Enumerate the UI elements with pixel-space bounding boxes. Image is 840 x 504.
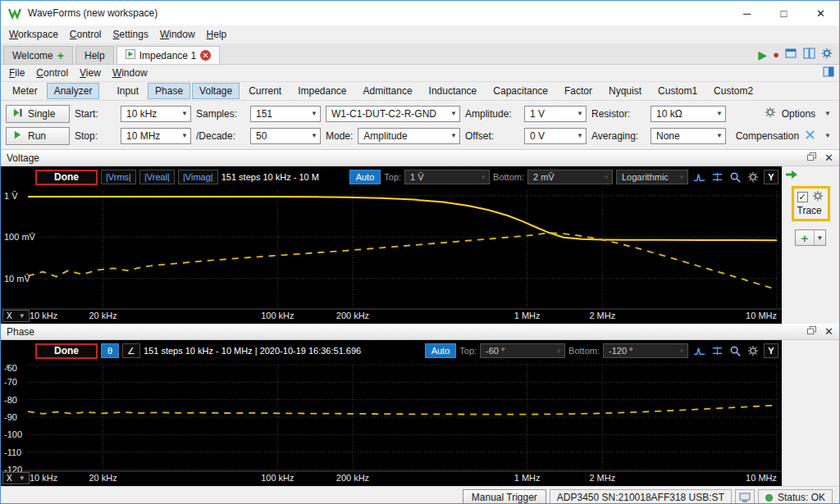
status-led-icon [765,494,773,502]
plot-gear-icon[interactable] [746,343,760,358]
tab-custom1[interactable]: Custom1 [651,83,705,99]
tab-phase[interactable]: Phase [148,83,190,99]
voltage-x-axis-button[interactable]: X▼ [2,310,30,322]
measure-icon[interactable] [710,170,724,184]
phase-x-axis-button[interactable]: X▼ [2,472,30,484]
voltage-y-axis-button[interactable]: Y [764,170,778,184]
menu-control2[interactable]: Control [30,66,74,80]
angle-trace-button[interactable]: ∠ [122,343,140,358]
workspace-settings-gear-icon[interactable] [821,48,833,61]
tab-welcome[interactable]: Welcome + [3,46,73,64]
tab-inductance[interactable]: Inductance [422,83,485,99]
close-panel-icon[interactable]: ✕ [824,326,833,337]
float-panel-icon[interactable] [807,326,816,338]
stop-combobox[interactable]: 10 MHz▼ [121,128,191,144]
vimag-trace-button[interactable]: |Vimag| [178,170,218,184]
measure-icon[interactable] [710,343,724,358]
menu-view[interactable]: View [74,66,107,80]
resistor-combobox[interactable]: 10 kΩ▼ [651,106,726,122]
tab-custom2[interactable]: Custom2 [706,83,760,99]
menu-window[interactable]: Window [154,27,201,42]
phase-y-axis-button[interactable]: Y [764,343,778,358]
resistor-label: Resistor: [591,108,646,120]
manual-trigger-button[interactable]: Manual Trigger [463,489,546,504]
topology-combobox[interactable]: W1-C1-DUT-C2-R-GND▼ [326,106,460,122]
tab-capacitance[interactable]: Capacitance [486,83,555,99]
tab-help[interactable]: Help [75,46,114,64]
tab-current[interactable]: Current [241,83,289,99]
tab-nyquist[interactable]: Nyquist [601,83,649,99]
voltage-bottom-combobox[interactable]: 2 mV̄▼ [527,170,613,184]
compensation-arrow-icon[interactable]: ▼ [824,132,831,139]
phase-top-combobox[interactable]: -60 °▼ [480,343,565,358]
record-icon[interactable]: ● [773,49,779,60]
options-gear-icon[interactable] [765,107,776,120]
phase-bottom-combobox[interactable]: -120 °▼ [603,343,688,358]
tab-admittance[interactable]: Admittance [356,83,420,99]
device-monitor-button[interactable] [735,489,755,504]
offset-combobox[interactable]: 0 V▼ [524,128,587,144]
single-button[interactable]: Single [6,105,70,123]
minimize-button[interactable]: ─ [728,1,765,25]
voltage-auto-button[interactable]: Auto [349,170,381,184]
close-panel-icon[interactable]: ✕ [824,152,833,163]
menu-file[interactable]: File [3,66,30,80]
dock-icon[interactable] [823,66,834,79]
svg-text:100 mV̄: 100 mV̄ [4,232,36,242]
float-panel-icon[interactable] [807,152,816,164]
tab-analyzer[interactable]: Analyzer [47,83,100,99]
compensation-icon[interactable] [805,129,815,143]
trace-visible-checkbox[interactable]: ✓ [797,192,808,202]
tab-close-icon[interactable]: ✕ [200,50,211,61]
plot-gear-icon[interactable] [746,170,760,184]
windows-cascade-icon[interactable] [785,48,797,61]
tab-meter[interactable]: Meter [5,83,45,99]
samples-combobox[interactable]: 151▼ [250,106,321,122]
pop-right-arrow-icon[interactable] [785,169,798,183]
status-panel[interactable]: Status: OK [758,489,833,504]
zoom-icon[interactable] [728,343,742,358]
maximize-button[interactable]: □ [765,1,802,25]
voltage-scale-combobox[interactable]: Logarithmic▼ [616,170,688,184]
menu-help[interactable]: Help [201,27,233,42]
add-instrument-icon[interactable]: + [57,50,64,61]
options-arrow-icon[interactable]: ▼ [824,110,831,117]
device-info-panel[interactable]: ADP3450 SN:210018AFF318 USB:ST [550,489,732,504]
averaging-combobox[interactable]: None▼ [651,128,726,144]
menu-settings[interactable]: Settings [107,27,154,42]
phase-plot[interactable]: 10 kHz20 kHz100 kHz200 kHz1 MHz2 MHz10 M… [1,361,782,486]
instrument-menubar: File Control View Window [1,65,839,82]
amplitude-combobox[interactable]: 1 V▼ [524,106,587,122]
zoom-icon[interactable] [728,170,742,184]
phase-auto-button[interactable]: Auto [425,343,457,358]
svg-text:-80: -80 [4,395,17,405]
combo-arrow-icon: ▼ [19,312,25,320]
menu-window2[interactable]: Window [107,66,153,80]
tab-voltage[interactable]: Voltage [192,83,240,99]
decade-combobox[interactable]: 50▼ [250,128,321,144]
tab-factor[interactable]: Factor [557,83,600,99]
menu-workspace[interactable]: Workspace [3,27,64,42]
options-label[interactable]: Options [782,108,815,120]
cursors-icon[interactable] [692,343,706,358]
tab-impedance-view[interactable]: Impedance [290,83,354,99]
voltage-plot[interactable]: 10 kHz20 kHz100 kHz200 kHz1 MHz2 MHz10 M… [1,188,782,324]
vreal-trace-button[interactable]: |Vreal| [139,170,175,184]
vrms-trace-button[interactable]: |Vrms| [101,170,136,184]
trace-gear-icon[interactable] [812,190,824,204]
cursors-icon[interactable] [692,170,706,184]
windows-tile-icon[interactable] [803,48,815,61]
add-trace-button[interactable]: + ▼ [795,229,826,246]
mode-combobox[interactable]: Amplitude▼ [358,128,460,144]
start-combobox[interactable]: 10 kHz▼ [121,106,191,122]
tab-input[interactable]: Input [109,83,146,99]
close-button[interactable]: ✕ [802,1,839,25]
theta-trace-button[interactable]: θ [101,343,119,358]
run-button[interactable]: Run [6,127,70,145]
add-trace-arrow-icon[interactable]: ▼ [814,230,825,245]
tab-impedance[interactable]: Impedance 1 ✕ [116,46,220,64]
menu-control[interactable]: Control [64,27,107,42]
compensation-label[interactable]: Compensation [736,130,799,142]
run-all-icon[interactable]: ▶ [758,49,767,61]
voltage-top-combobox[interactable]: 1 V̄▼ [404,170,490,184]
